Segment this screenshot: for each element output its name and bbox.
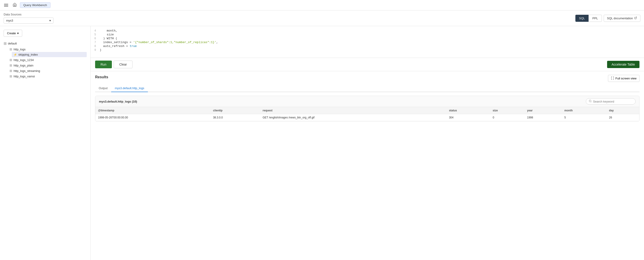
table-icon: ⊞ [10,47,12,51]
svg-line-0 [636,17,637,18]
query-workbench-tab[interactable]: Query Workbench [20,2,50,8]
cell-size: 0 [490,114,524,121]
external-link-icon [634,17,637,20]
col-size: size [490,107,524,114]
table-name: http_logs_plain [14,64,33,67]
home-icon[interactable] [11,1,18,9]
datasource-label: Data Sources [4,13,54,16]
search-input[interactable] [593,100,633,103]
accelerate-table-button[interactable]: Accelerate Table [607,61,640,68]
datasource-right: SQL PPL SQL documentation [576,15,640,22]
code-line-5: 5 size [90,33,644,37]
table-header: @timestamp clientip request status size … [95,107,639,114]
svg-line-2 [591,102,591,102]
create-label: Create [7,32,16,35]
results-tabs: Output mys3.default.http_logs [95,85,640,92]
sql-doc-label: SQL documentation [607,17,633,20]
cell-timestamp: 1998-05-26T00:00:00.00 [95,114,210,121]
chevron-down-icon: ▾ [49,19,51,22]
create-button[interactable]: Create ▾ [4,30,22,37]
table-icon: ⊞ [10,58,12,62]
db-header[interactable]: ⊞ default [4,40,87,47]
table-icon: ⊞ [10,69,12,73]
table-name: http_logs_streaming [14,69,40,73]
skipping-icon: ⚡ [14,53,17,56]
cell-year: 1998 [524,114,562,121]
full-screen-icon [611,76,614,80]
buttons-row: Run Clear Accelerate Table [90,58,644,71]
top-bar: Query Workbench [0,0,644,11]
cell-month: 5 [562,114,606,121]
table-item-http-logs-plain[interactable]: ⊞ http_logs_plain [8,63,87,68]
table-header-row: mys3.default.http_logs (10) [95,96,639,107]
table-item-http-logs-vamsi[interactable]: ⊞ http_logs_vamsi [8,73,87,79]
code-editor[interactable]: 4 month, 5 size 6 ) WITH ( 7 index_setti… [90,26,644,58]
code-line-6: 6 ) WITH ( [90,37,644,40]
cell-day: 26 [606,114,639,121]
table-name: http_logs_vamsi [14,75,35,78]
full-screen-label: Full screen view [616,77,636,80]
table-icon: ⊞ [10,64,12,67]
menu-icon[interactable] [3,3,10,8]
clear-button[interactable]: Clear [114,61,132,68]
ppl-button[interactable]: PPL [588,15,602,22]
results-top: Results Full screen view [95,75,640,82]
col-timestamp: @timestamp [95,107,210,114]
cell-clientip: 38.3.0.0 [210,114,260,121]
table-icon: ⊞ [10,74,12,78]
col-clientip: clientip [210,107,260,114]
svg-point-1 [589,100,591,102]
cell-status: 304 [446,114,490,121]
main-layout: Create ▾ ⊞ default ⊞ http_logs ⚡ skippin… [0,26,644,260]
col-year: year [524,107,562,114]
results-table-section: mys3.default.http_logs (10) @timestamp c… [95,96,640,121]
code-line-9: 9 ) [90,48,644,52]
db-section: ⊞ default ⊞ http_logs ⚡ skipping_index ⊞… [4,40,87,79]
datasource-select[interactable]: mys3 ▾ [4,18,54,24]
datasource-left: Data Sources mys3 ▾ [4,13,54,24]
table-row: 1998-05-26T00:00:00.00 38.3.0.0 GET /eng… [95,114,639,121]
col-request: request [260,107,446,114]
datasource-value: mys3 [6,19,13,22]
cell-request: GET /english/images /news_btn_org_off.gi… [260,114,446,121]
table-name: http_logs [14,48,26,51]
sql-documentation-button[interactable]: SQL documentation [604,15,640,22]
editor-area: 4 month, 5 size 6 ) WITH ( 7 index_setti… [90,26,644,260]
search-box[interactable] [586,98,636,105]
table-item-http-logs-streaming[interactable]: ⊞ http_logs_streaming [8,68,87,73]
tab-output[interactable]: Output [95,85,111,92]
query-type-toggle: SQL PPL [576,15,602,22]
col-status: status [446,107,490,114]
table-section-title: mys3.default.http_logs (10) [99,100,137,103]
buttons-left: Run Clear [95,61,132,68]
col-month: month [562,107,606,114]
code-line-4: 4 month, [90,29,644,33]
code-line-7: 7 index_settings = '{"number_of_shards":… [90,40,644,44]
skipping-index-item[interactable]: ⚡ skipping_index [12,52,87,57]
db-name: default [8,42,17,45]
run-button[interactable]: Run [95,61,112,68]
sidebar: Create ▾ ⊞ default ⊞ http_logs ⚡ skippin… [0,26,90,260]
sql-button[interactable]: SQL [576,15,588,22]
results-title: Results [95,75,108,79]
col-day: day [606,107,639,114]
chevron-down-icon: ▾ [17,32,19,35]
table-list: ⊞ http_logs ⚡ skipping_index ⊞ http_logs… [8,47,87,79]
table-name: http_logs_1234 [14,58,34,62]
table-item-http-logs[interactable]: ⊞ http_logs [8,47,87,52]
data-table: @timestamp clientip request status size … [95,107,639,121]
full-screen-button[interactable]: Full screen view [608,75,640,82]
table-item-http-logs-1234[interactable]: ⊞ http_logs_1234 [8,57,87,63]
database-icon: ⊞ [4,41,6,46]
datasource-bar: Data Sources mys3 ▾ SQL PPL SQL document… [0,11,644,26]
tab-mys3-http-logs[interactable]: mys3.default.http_logs [111,85,148,92]
skipping-index-name: skipping_index [18,53,38,56]
code-line-8: 8 auto_refresh = true [90,44,644,48]
results-area: Results Full screen view Output mys3.def… [90,71,644,260]
search-icon [589,100,592,103]
